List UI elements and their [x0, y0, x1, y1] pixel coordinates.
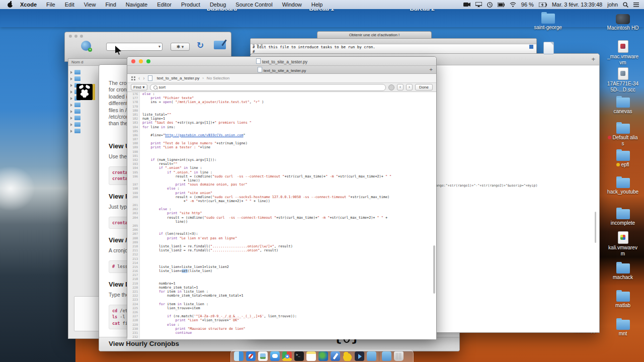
dock-item-terminal[interactable] [294, 351, 304, 361]
disclosure-triangle-icon[interactable] [70, 90, 72, 94]
desktop-document-icon[interactable] [543, 42, 554, 54]
clock-datetime[interactable]: Mar. 3 févr. 13:39:48 [552, 2, 602, 8]
code-row[interactable]: +" -m "+str(curl_max_time+2)+ " " + line… [127, 199, 436, 203]
code-row[interactable]: + line)) [127, 178, 436, 183]
terminal-titlebar[interactable] [251, 39, 536, 44]
code-row[interactable]: 180 [127, 109, 436, 113]
battery-charging-icon[interactable] [539, 3, 547, 7]
disclosure-triangle-icon[interactable] [70, 110, 72, 113]
code-row[interactable]: 186 #line="http://pastebin.com/vB33cCVs.… [127, 133, 436, 137]
code-row[interactable]: 189 print "Lien a tester : "+line [127, 145, 436, 149]
dock-item-preview[interactable] [258, 351, 268, 361]
desktop-icon-matlab[interactable]: matlab [607, 292, 639, 309]
jumpbar-selection[interactable]: No Selection [207, 76, 229, 80]
menu-item-editor[interactable]: Editor [157, 2, 172, 8]
desktop-icon-default-alias[interactable]: Default alias [607, 124, 639, 146]
airplay-icon[interactable] [475, 2, 482, 7]
code-row[interactable]: 212 [127, 252, 436, 256]
code-row[interactable]: 228 print "Lien "+lien_trouve+" OK" [127, 318, 436, 322]
code-row[interactable]: 210 liste_lien1 = re.findall("..........… [127, 244, 436, 248]
find-options-icon[interactable] [388, 84, 394, 90]
code-row[interactable]: 199 print "site onion" [127, 191, 436, 195]
code-row[interactable]: 181liste_total="" [127, 113, 436, 117]
code-row[interactable]: 201 [127, 203, 436, 207]
code-row[interactable]: 187 [127, 137, 436, 141]
code-row[interactable]: 218 [127, 277, 436, 281]
code-row[interactable]: 226 [127, 310, 436, 314]
desktop-icon-hack-youtube[interactable]: hack_youtube [607, 178, 639, 195]
code-row[interactable]: 219 nombre=1 [127, 282, 436, 286]
activation-key-tab[interactable]: Obtenir une clé d'activation ! [317, 31, 432, 39]
menu-item-window[interactable]: Window [282, 2, 302, 8]
disclosure-triangle-icon[interactable] [70, 84, 72, 87]
code-editor[interactable]: 176else :177 print "Fichier texte"178 in… [127, 92, 436, 339]
code-row[interactable]: 227 if (re.match('^[A-Za-z0-9_-_/_@_&_._… [127, 314, 436, 318]
disclosure-triangle-icon[interactable] [70, 123, 72, 126]
dock-item-downloads[interactable] [382, 351, 391, 361]
find-next-button[interactable]: › [406, 84, 413, 90]
code-row[interactable]: 205 [127, 224, 436, 228]
desktop-icon-machack[interactable]: machack [607, 263, 639, 281]
menu-item-product[interactable]: Product [181, 2, 200, 8]
code-row[interactable]: 190 [127, 150, 436, 154]
code-row[interactable]: 193 result="" [127, 162, 436, 166]
code-row[interactable]: 222 nombre_item_total=nombre_item_total+… [127, 294, 436, 298]
code-row[interactable]: 179 [127, 105, 436, 109]
desktop-icon-incomplete[interactable]: incomplete [607, 209, 639, 226]
disclosure-triangle-icon[interactable] [70, 117, 72, 120]
forward-chevron[interactable]: › [143, 75, 144, 81]
code-row[interactable]: 216 liste_lien=set(liste_lien) [127, 269, 436, 273]
raspberry-pi-icon[interactable] [76, 84, 93, 100]
wifi-icon[interactable] [510, 2, 516, 7]
code-row[interactable]: 208 print "Le lien n'est pas en ligne" [127, 236, 436, 240]
menu-item-view[interactable]: View [84, 2, 96, 8]
find-mode-select[interactable]: Find▾ [131, 84, 147, 90]
dock-item-finder[interactable] [234, 351, 244, 361]
code-row[interactable]: 207 if (len(result)<3): [127, 232, 436, 236]
disclosure-triangle-icon[interactable] [70, 104, 72, 107]
related-items-icon[interactable] [131, 76, 135, 80]
code-row[interactable]: 198 else : [127, 187, 436, 191]
menu-item-help[interactable]: Help [311, 2, 323, 8]
code-row[interactable]: 192 if (num_ligne>int(sys.argv[1])): [127, 158, 436, 162]
desktop-icon-epfl[interactable]: epfl [607, 151, 639, 168]
dock-item-cyberduck[interactable] [343, 351, 352, 361]
code-row[interactable]: line)) [127, 220, 436, 224]
dock-item-messages[interactable] [270, 351, 280, 361]
user-menu[interactable]: john [607, 2, 618, 8]
jumpbar-file[interactable]: text_to_site_a_tester.py [157, 76, 200, 80]
desktop-icon-macintosh-hd[interactable]: Macintosh HD [607, 14, 639, 31]
editor-tab[interactable]: text_to_site_a_tester.py [127, 67, 436, 73]
desktop-icon-canevas[interactable]: canevas [607, 98, 639, 115]
address-combobox[interactable]: ▾ [106, 43, 163, 51]
new-tab-button[interactable]: + [591, 55, 595, 63]
code-row[interactable]: 185 [127, 129, 436, 133]
globe-sync-icon[interactable]: + [81, 41, 91, 51]
code-row[interactable]: 232 [127, 335, 436, 339]
back-chevron[interactable]: ‹ [138, 75, 140, 81]
code-row[interactable]: 177 print "Fichier texte" [127, 96, 436, 100]
code-row[interactable]: 224 for item in liste_lien : [127, 302, 436, 306]
add-tab-button[interactable]: + [430, 66, 433, 72]
spotlight-search-icon[interactable] [623, 2, 628, 8]
desktop-icon-mnt[interactable]: mnt [607, 320, 639, 337]
find-previous-button[interactable]: ‹ [397, 84, 404, 90]
battery-menu-icon[interactable] [498, 3, 505, 7]
menu-item-file[interactable]: File [46, 2, 55, 8]
dock-item-trash[interactable] [394, 351, 404, 361]
editor-scrollbar-thumb[interactable] [433, 245, 435, 294]
code-row[interactable]: 202 else : [127, 207, 436, 211]
code-row[interactable]: 223 [127, 298, 436, 302]
code-row[interactable]: 206 [127, 228, 436, 232]
code-row[interactable]: 200 result = (cmdline("sudo curl --socks… [127, 195, 436, 199]
code-row[interactable]: 214 [127, 261, 436, 265]
apple-menu-icon[interactable] [7, 2, 13, 8]
dock-item-folder[interactable] [367, 351, 376, 361]
time-machine-icon[interactable] [487, 2, 493, 8]
code-row[interactable]: 211 liste_lien2 = re.findall("..........… [127, 248, 436, 252]
background-scrollbar[interactable] [595, 212, 596, 243]
code-row[interactable]: 221 for item in liste_lien : [127, 290, 436, 294]
code-row[interactable]: 213 [127, 257, 436, 261]
code-row[interactable]: 225 lien_trouve=item [127, 306, 436, 310]
desktop-icon-kali-vmwarevm[interactable]: kali.vmwarevm [607, 231, 639, 256]
